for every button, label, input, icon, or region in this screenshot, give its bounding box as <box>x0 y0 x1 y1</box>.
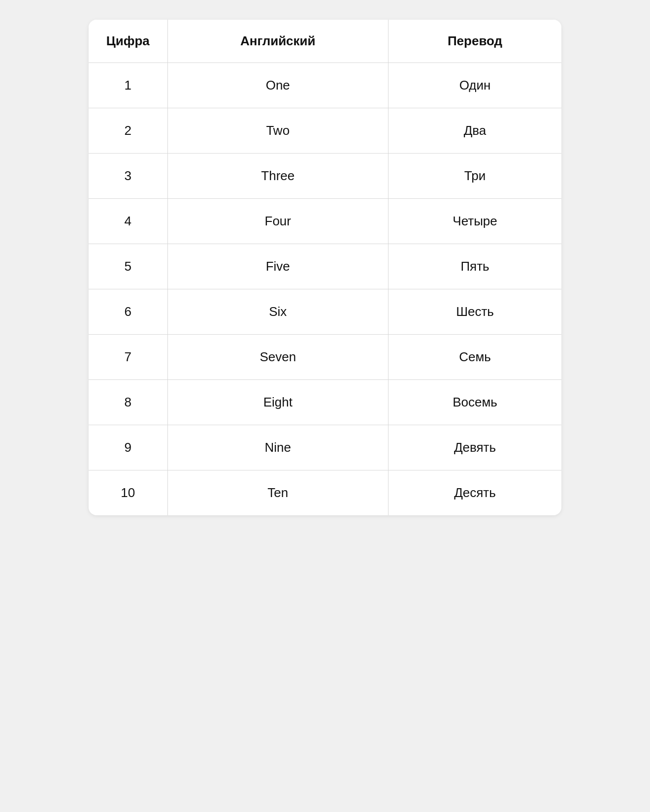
cell-russian: Три <box>389 154 561 199</box>
cell-digit: 2 <box>89 108 167 154</box>
cell-english: Five <box>167 244 389 289</box>
cell-digit: 6 <box>89 289 167 335</box>
cell-english: Seven <box>167 335 389 380</box>
cell-english: Four <box>167 199 389 244</box>
table-row: 5FiveПять <box>89 244 561 289</box>
cell-russian: Один <box>389 63 561 108</box>
table-row: 6SixШесть <box>89 289 561 335</box>
cell-russian: Пять <box>389 244 561 289</box>
cell-digit: 10 <box>89 470 167 516</box>
header-digit: Цифра <box>89 20 167 63</box>
cell-digit: 4 <box>89 199 167 244</box>
cell-russian: Девять <box>389 425 561 470</box>
table-row: 4FourЧетыре <box>89 199 561 244</box>
numbers-table-container: Цифра Английский Перевод 1OneОдин2TwoДва… <box>89 20 561 515</box>
cell-russian: Десять <box>389 470 561 516</box>
table-row: 2TwoДва <box>89 108 561 154</box>
cell-russian: Семь <box>389 335 561 380</box>
table-header-row: Цифра Английский Перевод <box>89 20 561 63</box>
cell-russian: Четыре <box>389 199 561 244</box>
cell-russian: Восемь <box>389 380 561 425</box>
cell-english: Three <box>167 154 389 199</box>
cell-russian: Два <box>389 108 561 154</box>
cell-digit: 5 <box>89 244 167 289</box>
table-row: 10TenДесять <box>89 470 561 516</box>
cell-english: Two <box>167 108 389 154</box>
cell-english: One <box>167 63 389 108</box>
cell-english: Ten <box>167 470 389 516</box>
cell-digit: 9 <box>89 425 167 470</box>
numbers-table: Цифра Английский Перевод 1OneОдин2TwoДва… <box>89 20 561 515</box>
table-row: 3ThreeТри <box>89 154 561 199</box>
cell-digit: 7 <box>89 335 167 380</box>
cell-english: Nine <box>167 425 389 470</box>
cell-english: Six <box>167 289 389 335</box>
table-row: 8EightВосемь <box>89 380 561 425</box>
cell-english: Eight <box>167 380 389 425</box>
table-row: 9NineДевять <box>89 425 561 470</box>
cell-digit: 1 <box>89 63 167 108</box>
table-row: 7SevenСемь <box>89 335 561 380</box>
cell-russian: Шесть <box>389 289 561 335</box>
table-row: 1OneОдин <box>89 63 561 108</box>
header-russian: Перевод <box>389 20 561 63</box>
header-english: Английский <box>167 20 389 63</box>
cell-digit: 3 <box>89 154 167 199</box>
cell-digit: 8 <box>89 380 167 425</box>
